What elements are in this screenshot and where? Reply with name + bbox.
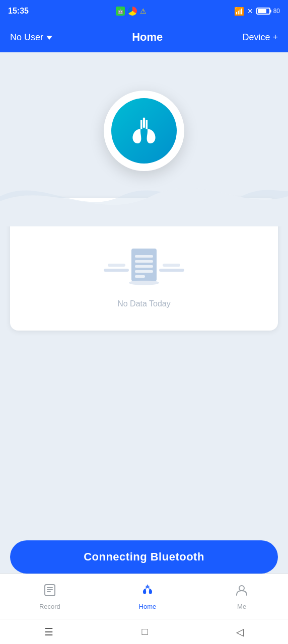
tab-me-label: Me [237,603,246,610]
svg-rect-14 [47,589,53,590]
svg-point-11 [129,280,159,285]
status-right-icons: 📶 ✕ 80 [234,7,280,16]
wifi-icon: 📶 [234,7,244,16]
no-data-illustration [94,241,194,291]
svg-rect-16 [147,584,148,588]
tab-home[interactable]: Home [129,579,167,614]
user-selector[interactable]: No User [10,32,52,43]
svg-rect-9 [135,270,153,273]
tab-bar: Record Home Me [0,574,288,619]
device-button[interactable]: Device + [242,32,278,43]
tab-record[interactable]: Record [29,579,70,614]
warning-icon: ⚠ [140,7,147,15]
tab-home-label: Home [139,603,157,610]
svg-point-17 [239,586,244,591]
svg-rect-6 [135,255,153,258]
colorful-icon [128,7,137,16]
bluetooth-connect-button[interactable]: Connecting Bluetooth [10,540,278,574]
status-time: 15:35 [8,7,29,16]
record-tab-icon [43,583,57,601]
lung-icon-container [104,91,184,171]
page-title: Home [132,31,163,44]
svg-rect-10 [135,275,145,278]
svg-rect-15 [47,591,51,592]
lung-svg-icon [126,113,162,148]
top-nav: No User Home Device + [0,22,288,52]
lung-outer-ring [104,91,184,171]
home-tab-icon [140,583,155,601]
dropdown-arrow-icon [46,36,52,40]
status-icons: 🤖 ⚠ [116,7,147,16]
svg-rect-0 [143,117,145,128]
battery-percent: 80 [273,8,280,15]
wave-decoration [0,166,288,228]
no-data-text: No Data Today [117,299,171,308]
user-label: No User [10,32,43,43]
android-icon: 🤖 [116,7,125,16]
no-data-area: No Data Today [20,231,268,318]
svg-rect-8 [135,265,153,268]
tab-me[interactable]: Me [225,579,259,614]
bluetooth-button-container: Connecting Bluetooth [10,540,278,574]
me-tab-icon [235,583,249,601]
system-back-button[interactable]: ◁ [236,626,244,638]
status-bar: 15:35 🤖 ⚠ 📶 ✕ 80 [0,0,288,22]
lung-inner-circle [111,98,177,164]
svg-rect-2 [108,264,125,267]
signal-x-icon: ✕ [247,7,253,15]
svg-rect-1 [104,269,129,272]
system-menu-button[interactable]: ☰ [44,626,53,638]
svg-rect-7 [135,260,153,263]
svg-rect-13 [47,587,53,588]
system-nav-bar: ☰ □ ◁ [0,619,288,644]
system-home-button[interactable]: □ [141,626,148,637]
tab-record-label: Record [39,603,60,610]
no-data-svg [94,241,194,291]
battery-icon [256,8,270,15]
svg-rect-4 [163,264,180,267]
svg-rect-3 [159,269,184,272]
